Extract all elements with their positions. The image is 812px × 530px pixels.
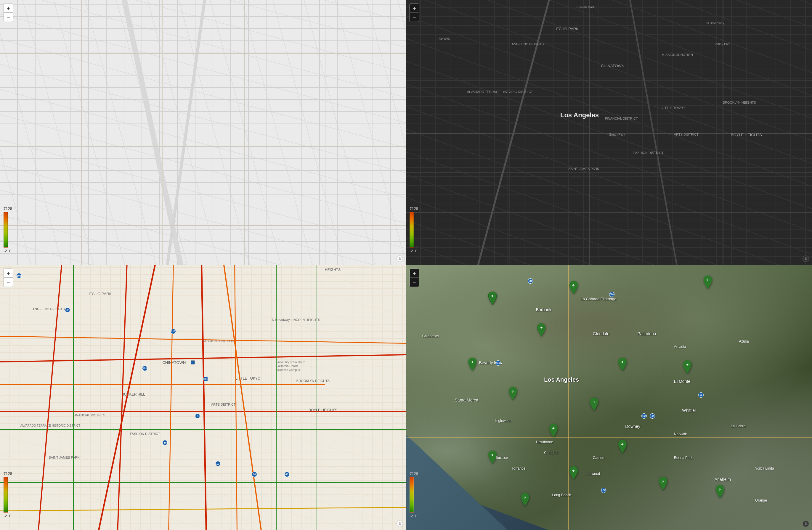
pin-2: ✈: [568, 281, 579, 295]
road-green-v3: [317, 265, 317, 530]
zoom-out-button-tr[interactable]: −: [410, 13, 419, 21]
pin-10: ✈: [617, 440, 628, 454]
pin-7: ✈: [508, 387, 518, 401]
legend-bar-bl: [3, 477, 8, 513]
mountain-texture: [467, 278, 711, 371]
svg-text:✈: ✈: [593, 400, 596, 404]
map-bottom-left[interactable]: ECHO PARK ANGELINO HEIGHTS CHINATOWN MIS…: [0, 265, 406, 530]
road-green-h2: [0, 429, 406, 430]
road-green-v1: [73, 265, 74, 530]
legend-bl: 7128 -210: [3, 471, 12, 518]
zoom-in-button-tr[interactable]: +: [410, 4, 419, 13]
zoom-in-button-tl[interactable]: +: [4, 4, 13, 13]
svg-text:✈: ✈: [686, 363, 689, 367]
map-bottom-right[interactable]: 118 210 101 105 105 60 LGB Los Angeles B…: [406, 265, 812, 530]
pin-15: ✈: [714, 485, 725, 499]
info-button-tr[interactable]: ℹ: [802, 255, 809, 262]
pin-11: ✈: [487, 451, 498, 465]
svg-text:✈: ✈: [621, 360, 624, 364]
zoom-controls-tl: + −: [3, 3, 13, 22]
svg-text:✈: ✈: [491, 453, 494, 457]
legend-br: 7128 -210: [409, 471, 418, 518]
svg-text:✈: ✈: [719, 487, 721, 491]
shield-60-2: 60: [284, 472, 290, 477]
zoom-controls-tr: + −: [409, 3, 419, 22]
sat-shield-210: 210: [609, 292, 614, 297]
svg-text:✈: ✈: [491, 294, 494, 298]
pin-3: ✈: [536, 323, 547, 338]
zoom-controls-br: + −: [409, 268, 419, 287]
shield-10: 10: [162, 440, 168, 445]
info-button-tl[interactable]: ℹ: [396, 255, 403, 262]
road-h3: [0, 146, 406, 147]
svg-text:✈: ✈: [621, 442, 624, 446]
zoom-in-button-br[interactable]: +: [410, 269, 419, 278]
info-button-bl[interactable]: ℹ: [396, 520, 403, 527]
pin-8: ✈: [589, 398, 599, 412]
shield-110: 110: [171, 329, 176, 334]
pin-4: ✈: [467, 358, 478, 372]
zoom-out-button-br[interactable]: −: [410, 278, 419, 286]
road-v2: [162, 0, 163, 265]
zoom-out-button-bl[interactable]: −: [4, 278, 13, 286]
svg-text:✈: ✈: [706, 278, 709, 282]
pin-9: ✈: [548, 424, 559, 438]
road-green-h3: [0, 456, 406, 456]
legend-min-tl: -210: [3, 249, 11, 253]
metro-icon: [191, 360, 195, 365]
pin-13: ✈: [658, 477, 668, 491]
map-top-left[interactable]: + − 7128 -210 ℹ: [0, 0, 406, 265]
sat-shield-118: 118: [528, 278, 533, 284]
road-h4: [0, 186, 406, 186]
svg-text:✈: ✈: [511, 389, 514, 394]
sat-shield-60: 60: [698, 392, 704, 398]
sat-road-h2: [406, 403, 812, 403]
svg-text:✈: ✈: [540, 326, 543, 330]
road-v1: [81, 0, 82, 265]
legend-min-tr: -210: [409, 249, 417, 253]
sat-shield-lgb: LGB: [601, 488, 606, 493]
road-green-h4: [0, 482, 406, 483]
legend-max-br: 7128: [409, 471, 418, 476]
road-v3: [244, 0, 245, 265]
road-h1: [0, 53, 406, 54]
svg-text:✈: ✈: [572, 469, 575, 473]
svg-text:✈: ✈: [572, 283, 575, 288]
svg-text:✈: ✈: [552, 426, 555, 430]
svg-text:✈: ✈: [662, 480, 665, 484]
road-green-v2: [276, 265, 277, 530]
road-dark-v4: [723, 0, 723, 265]
road-h2: [0, 93, 406, 93]
shield-10-2: 10: [215, 461, 221, 466]
road-dark-h1: [406, 80, 812, 80]
road-dark-v2: [589, 0, 590, 265]
legend-max-tr: 7128: [409, 206, 418, 211]
legend-max-bl: 7128: [3, 471, 12, 476]
pin-14: ✈: [520, 493, 531, 507]
sat-shield-101: 101: [495, 360, 501, 366]
pin-12: ✈: [568, 466, 579, 481]
shield-60: 60: [252, 472, 257, 477]
sat-road-h3: [406, 437, 812, 438]
road-dark-v1: [508, 0, 508, 265]
legend-min-bl: -210: [3, 514, 11, 518]
shield-101-tl: 101: [16, 273, 21, 278]
road-dark-h3: [406, 172, 812, 173]
road-red-h2: [0, 411, 406, 412]
map-top-right[interactable]: Los Angeles CHINATOWN MISSION JUNCTION E…: [406, 0, 812, 265]
svg-text:✈: ✈: [524, 495, 526, 500]
shield-101-3: 101: [142, 366, 147, 371]
zoom-in-button-bl[interactable]: +: [4, 269, 13, 278]
pin-16: ✈: [702, 276, 713, 290]
legend-max-tl: 7128: [3, 206, 12, 211]
road-h5: [0, 225, 406, 226]
sat-road-v2: [650, 265, 650, 530]
info-button-br[interactable]: ℹ: [802, 520, 809, 527]
pin-5: ✈: [617, 358, 628, 372]
road-dark-h2: [406, 133, 812, 134]
legend-bar-tr: [409, 212, 414, 248]
zoom-out-button-tl[interactable]: −: [4, 13, 13, 21]
road-dark-h4: [406, 212, 812, 213]
road-v4: [325, 0, 325, 265]
pin-1: ✈: [487, 292, 498, 306]
